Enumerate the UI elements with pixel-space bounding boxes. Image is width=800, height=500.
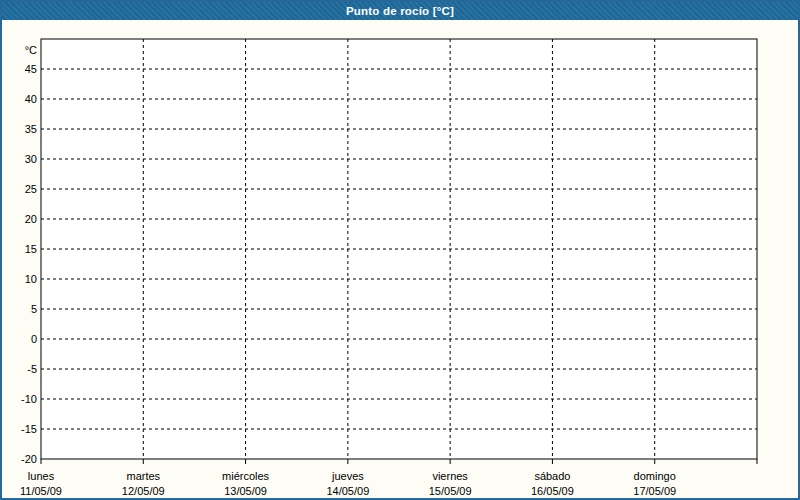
x-date-label: 13/05/09 (224, 485, 267, 497)
y-tick-label: -10 (21, 393, 37, 405)
y-tick-label: 10 (25, 273, 37, 285)
y-tick-label: -20 (21, 453, 37, 465)
x-date-label: 16/05/09 (531, 485, 574, 497)
x-day-label: domingo (634, 470, 676, 482)
y-tick-label: 0 (31, 333, 37, 345)
x-date-label: 17/05/09 (633, 485, 676, 497)
y-tick-label: 20 (25, 213, 37, 225)
x-date-label: 11/05/09 (20, 485, 62, 497)
y-tick-label: 30 (25, 153, 37, 165)
x-day-label: sábado (534, 470, 570, 482)
y-tick-label: 35 (25, 123, 37, 135)
dew-point-chart: 454035302520151050-5-10-15-20°Clunes11/0… (2, 20, 798, 498)
y-tick-label: 45 (25, 63, 37, 75)
y-tick-label: 15 (25, 243, 37, 255)
x-day-label: miércoles (222, 470, 270, 482)
x-day-label: lunes (28, 470, 55, 482)
chart-title: Punto de rocío [°C] (346, 5, 454, 17)
y-tick-label: -5 (27, 363, 37, 375)
y-tick-label: 5 (31, 303, 37, 315)
y-axis-unit-label: °C (25, 44, 37, 56)
x-day-label: viernes (432, 470, 468, 482)
x-date-label: 12/05/09 (122, 485, 165, 497)
x-day-label: jueves (331, 470, 364, 482)
x-day-label: martes (126, 470, 160, 482)
x-date-label: 14/05/09 (326, 485, 369, 497)
y-tick-label: 40 (25, 93, 37, 105)
x-date-label: 15/05/09 (429, 485, 472, 497)
y-tick-label: -15 (21, 423, 37, 435)
y-tick-label: 25 (25, 183, 37, 195)
chart-title-bar: Punto de rocío [°C] (2, 2, 798, 20)
chart-window: Punto de rocío [°C] 454035302520151050-5… (0, 0, 800, 500)
